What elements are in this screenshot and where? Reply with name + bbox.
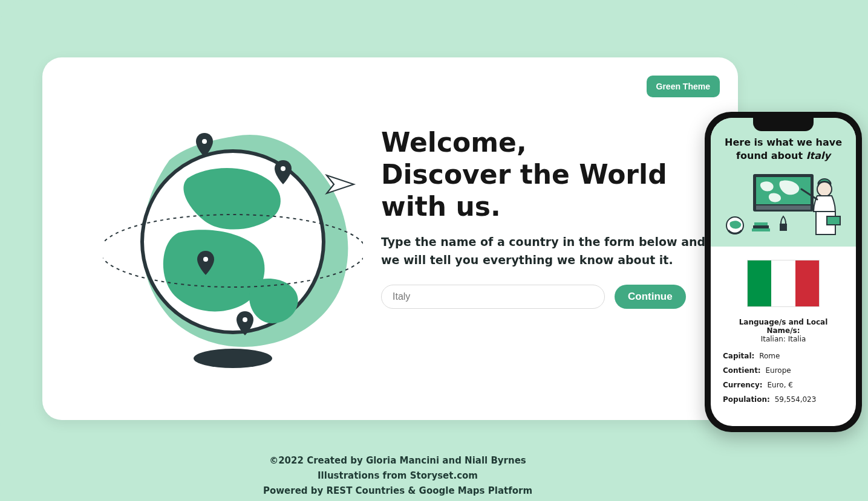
currency-value: Euro, € <box>767 381 792 389</box>
capital-row: Capital: Rome <box>723 352 844 360</box>
main-card: Green Theme <box>42 57 738 420</box>
phone-heading: Here is what we have found about Italy <box>719 136 847 162</box>
teacher-illustration <box>723 168 844 241</box>
hero-heading-line1: Welcome, <box>381 127 527 158</box>
currency-label: Currency: <box>723 381 763 389</box>
phone-heading-country: Italy <box>806 150 830 161</box>
svg-rect-9 <box>756 205 811 210</box>
flag-stripe-white <box>771 260 795 306</box>
theme-toggle-button[interactable]: Green Theme <box>647 76 720 97</box>
languages-label: Language/s and Local Name/s: <box>723 318 844 335</box>
languages-row: Language/s and Local Name/s: Italian: It… <box>723 318 844 343</box>
svg-point-0 <box>194 349 272 368</box>
continent-row: Contient: Europe <box>723 366 844 375</box>
svg-rect-11 <box>752 228 770 231</box>
currency-row: Currency: Euro, € <box>723 381 844 389</box>
population-value: 59,554,023 <box>775 395 817 404</box>
population-row: Population: 59,554,023 <box>723 395 844 404</box>
capital-value: Rome <box>759 352 780 360</box>
flag-stripe-green <box>748 260 771 306</box>
page-footer: ©2022 Created by Gloria Mancini and Nial… <box>0 453 795 498</box>
footer-credits: ©2022 Created by Gloria Mancini and Nial… <box>0 453 795 468</box>
svg-point-4 <box>281 166 286 171</box>
country-input[interactable] <box>381 285 605 309</box>
svg-rect-13 <box>754 222 768 225</box>
hero-section: Welcome, Discover the World with us. Typ… <box>381 127 708 309</box>
phone-body: Language/s and Local Name/s: Italian: It… <box>711 247 856 418</box>
hero-description: Type the name of a country in the form b… <box>381 233 708 269</box>
flag-stripe-red <box>795 260 819 306</box>
footer-powered: Powered by REST Countries & Google Maps … <box>0 483 795 499</box>
search-form: Continue <box>381 285 708 309</box>
phone-mockup: Here is what we have found about Italy <box>705 112 862 432</box>
svg-rect-17 <box>827 216 840 225</box>
continue-button[interactable]: Continue <box>615 285 686 309</box>
hero-heading-line2: Discover the World with us. <box>381 159 667 222</box>
hero-heading: Welcome, Discover the World with us. <box>381 127 708 222</box>
svg-rect-14 <box>780 224 787 231</box>
svg-point-5 <box>203 257 208 262</box>
continent-value: Europe <box>766 366 791 375</box>
flag-italy <box>747 260 820 307</box>
capital-label: Capital: <box>723 352 754 360</box>
svg-point-3 <box>202 139 207 144</box>
globe-illustration <box>103 112 363 372</box>
svg-point-6 <box>243 317 247 322</box>
phone-notch <box>753 118 814 131</box>
svg-rect-12 <box>753 225 769 228</box>
languages-value: Italian: Italia <box>761 335 806 343</box>
footer-illustrations: Illustrations from Storyset.com <box>0 468 795 483</box>
phone-header: Here is what we have found about Italy <box>711 118 856 247</box>
continent-label: Contient: <box>723 366 761 375</box>
phone-screen: Here is what we have found about Italy <box>711 118 856 426</box>
population-label: Population: <box>723 395 770 404</box>
